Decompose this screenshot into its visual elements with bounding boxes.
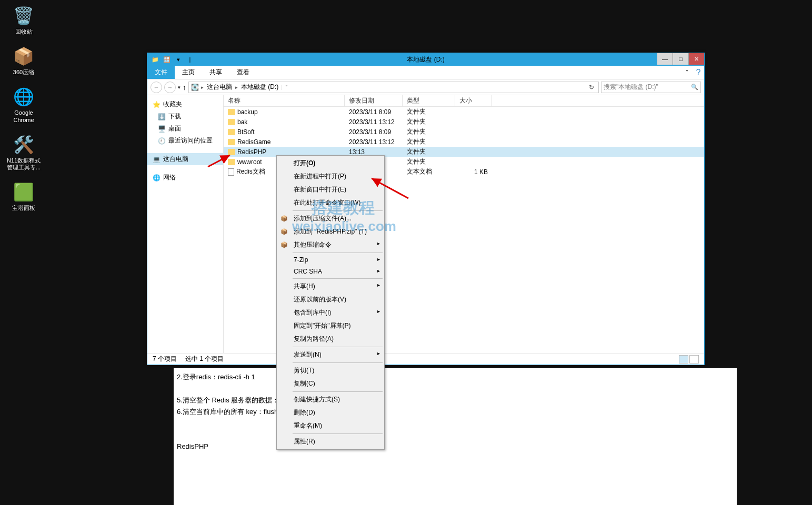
search-input[interactable]: 搜索"本地磁盘 (D:)" 🔍	[601, 82, 701, 93]
file-row[interactable]: RedisGame2023/3/11 13:12文件夹	[224, 137, 704, 147]
tree-network[interactable]: 🌐网络	[147, 171, 223, 184]
menu-open-cmd-here[interactable]: 在此处打开命令窗口(W)	[278, 196, 383, 209]
menu-cut[interactable]: 剪切(T)	[278, 364, 383, 377]
desktop-icon-label: N11数据程式管理工具专...	[5, 157, 42, 171]
maximize-button[interactable]: □	[673, 53, 688, 65]
file-row[interactable]: bak2023/3/11 13:12文件夹	[224, 117, 704, 127]
recent-icon: 🕘	[158, 137, 166, 145]
qat-dropdown-icon[interactable]: ▾	[174, 55, 183, 64]
tree-label: 下载	[168, 112, 181, 121]
ribbon-expand-icon[interactable]: ˅	[681, 66, 693, 79]
menu-properties[interactable]: 属性(R)	[278, 435, 383, 448]
nav-history-dropdown[interactable]: ▾	[178, 85, 181, 90]
desktop-icon-360zip[interactable]: 📦 360压缩	[5, 46, 42, 76]
tree-label: 最近访问的位置	[168, 136, 213, 145]
menu-open[interactable]: 打开(O)	[278, 157, 383, 170]
ribbon-tab-file[interactable]: 文件	[147, 66, 175, 79]
desktop-icon-label: Google Chrome	[5, 109, 42, 123]
archive-icon: 📦	[280, 227, 288, 236]
folder-icon	[228, 109, 235, 115]
file-type: 文件夹	[403, 137, 455, 146]
menu-add-to-archive[interactable]: 📦添加到压缩文件(A)...	[278, 212, 383, 225]
menu-include-in-library[interactable]: 包含到库中(I)	[278, 306, 383, 319]
folder-icon	[228, 119, 235, 125]
file-size: 1 KB	[455, 168, 492, 176]
close-button[interactable]: ✕	[688, 53, 704, 65]
address-dropdown-icon[interactable]: ˅	[282, 85, 291, 90]
tree-downloads[interactable]: ⬇️下载	[147, 110, 223, 123]
folder-icon	[228, 159, 235, 165]
col-size[interactable]: 大小	[455, 95, 492, 106]
minimize-button[interactable]: —	[657, 53, 673, 65]
menu-crc-sha[interactable]: CRC SHA	[278, 266, 383, 277]
desktop-icon-bt-panel[interactable]: 🟩 宝塔面板	[5, 181, 42, 211]
nav-row: ← → ▾ ↑ 💽 ▸ 这台电脑 ▸ 本地磁盘 (D:) ˅ ↻ 搜索"本地磁盘…	[147, 79, 704, 95]
menu-copy-as-path[interactable]: 复制为路径(A)	[278, 332, 383, 346]
bt-panel-icon: 🟩	[13, 181, 34, 203]
menu-label: 添加到 "RedisPHP.zip" (T)	[294, 228, 367, 235]
chevron-right-icon[interactable]: ▸	[235, 85, 238, 90]
qat-properties-icon[interactable]: 🪟	[162, 55, 172, 64]
status-bar: 7 个项目 选中 1 个项目	[147, 353, 704, 365]
refresh-icon[interactable]: ↻	[587, 84, 596, 91]
view-icons-button[interactable]	[689, 355, 699, 363]
menu-open-new-process[interactable]: 在新进程中打开(P)	[278, 170, 383, 183]
chevron-right-icon[interactable]: ▸	[201, 85, 204, 90]
menu-create-shortcut[interactable]: 创建快捷方式(S)	[278, 393, 383, 406]
menu-pin-to-start[interactable]: 固定到"开始"屏幕(P)	[278, 319, 383, 332]
breadcrumb-pc[interactable]: 这台电脑	[206, 83, 233, 92]
ribbon-tab-view[interactable]: 查看	[229, 66, 257, 79]
archive-icon: 📦	[280, 214, 288, 223]
menu-separator	[293, 210, 383, 211]
drive-icon: 💽	[191, 84, 199, 91]
column-headers: 名称 修改日期 类型 大小	[224, 95, 704, 107]
text-line: RedisPHP	[177, 441, 734, 452]
menu-share[interactable]: 共享(H)	[278, 280, 383, 293]
nav-up-button[interactable]: ↑	[183, 83, 186, 92]
view-details-button[interactable]	[679, 355, 688, 363]
file-date: 2023/3/11 13:12	[345, 138, 403, 146]
file-name: Redis文档	[236, 167, 265, 176]
titlebar[interactable]: 📁 🪟 ▾ | 本地磁盘 (D:) — □ ✕	[147, 53, 704, 66]
col-date[interactable]: 修改日期	[345, 95, 403, 106]
address-bar[interactable]: 💽 ▸ 这台电脑 ▸ 本地磁盘 (D:) ˅ ↻	[188, 82, 599, 93]
file-row[interactable]: BtSoft2023/3/11 8:09文件夹	[224, 127, 704, 137]
menu-rename[interactable]: 重命名(M)	[278, 419, 383, 432]
help-icon[interactable]: ?	[693, 66, 704, 79]
desktop-icon-recycle-bin[interactable]: 🗑️ 回收站	[5, 5, 42, 35]
ribbon-tab-share[interactable]: 共享	[202, 66, 229, 79]
file-date: 2023/3/11 13:12	[345, 118, 403, 126]
col-type[interactable]: 类型	[403, 95, 455, 106]
tree-recent[interactable]: 🕘最近访问的位置	[147, 135, 223, 147]
ribbon: 文件 主页 共享 查看 ˅ ?	[147, 66, 704, 79]
recycle-bin-icon: 🗑️	[13, 5, 34, 26]
file-row[interactable]: backup2023/3/11 8:09文件夹	[224, 107, 704, 117]
desktop-icon-n11[interactable]: 🛠️ N11数据程式管理工具专...	[5, 134, 42, 171]
text-line: 6.清空当前库中的所有 key：flushdb	[177, 406, 734, 418]
file-type: 文件夹	[403, 117, 455, 126]
menu-other-compress[interactable]: 📦其他压缩命令	[278, 238, 383, 251]
menu-restore-previous[interactable]: 还原以前的版本(V)	[278, 293, 383, 306]
nav-forward-button[interactable]: →	[164, 82, 176, 93]
tree-favorites[interactable]: ⭐收藏夹	[147, 98, 223, 110]
menu-copy[interactable]: 复制(C)	[278, 377, 383, 390]
search-icon[interactable]: 🔍	[691, 84, 698, 90]
menu-send-to[interactable]: 发送到(N)	[278, 348, 383, 361]
menu-separator	[293, 252, 383, 253]
menu-add-to-zip[interactable]: 📦添加到 "RedisPHP.zip" (T)	[278, 225, 383, 238]
breadcrumb-drive[interactable]: 本地磁盘 (D:)	[240, 83, 279, 92]
folder-icon	[228, 129, 235, 135]
menu-7zip[interactable]: 7-Zip	[278, 254, 383, 266]
desktop-icon-chrome[interactable]: 🌐 Google Chrome	[5, 86, 42, 123]
file-name: BtSoft	[237, 128, 255, 136]
menu-open-new-window[interactable]: 在新窗口中打开(E)	[278, 183, 383, 196]
tree-this-pc[interactable]: 💻这台电脑	[147, 153, 223, 165]
nav-back-button[interactable]: ←	[151, 82, 162, 93]
menu-separator	[293, 391, 383, 392]
col-name[interactable]: 名称	[224, 95, 345, 106]
network-icon: 🌐	[153, 174, 161, 181]
menu-delete[interactable]: 删除(D)	[278, 406, 383, 419]
file-type: 文件夹	[403, 157, 455, 166]
tree-desktop[interactable]: 🖥️桌面	[147, 123, 223, 135]
ribbon-tab-home[interactable]: 主页	[175, 66, 202, 79]
